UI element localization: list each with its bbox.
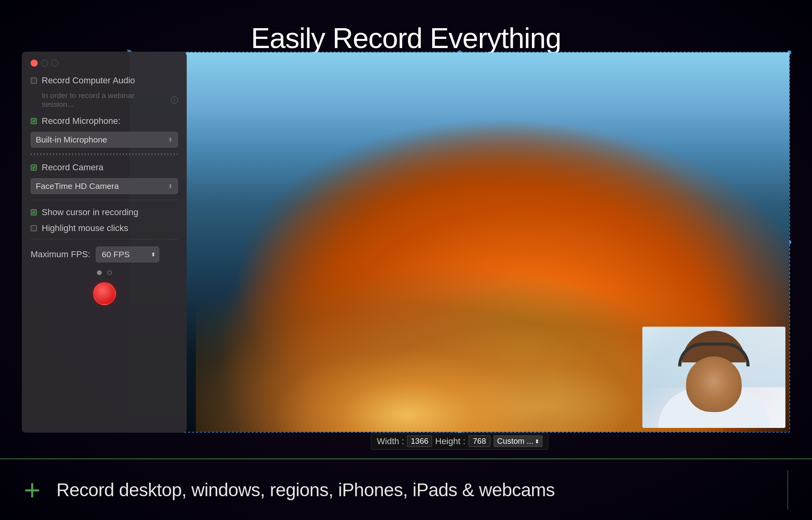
record-microphone-row: Record Microphone:: [31, 116, 178, 126]
record-button[interactable]: [93, 282, 116, 305]
microphone-dropdown-chevron: ⬍: [168, 137, 173, 143]
recording-frame[interactable]: ✕ Width : 1366 Height : 768: [129, 52, 790, 433]
show-cursor-label: Show cursor in recording: [42, 207, 138, 218]
settings-panel: Record Computer Audio In order to record…: [22, 52, 187, 433]
record-microphone-label: Record Microphone:: [42, 116, 120, 126]
bottom-bar: + Record desktop, windows, regions, iPho…: [0, 458, 812, 520]
width-value[interactable]: 1366: [407, 435, 432, 447]
width-label: Width :: [377, 436, 404, 447]
divider-2: [31, 239, 178, 239]
fps-label: Maximum FPS:: [31, 249, 90, 260]
record-camera-row: Record Camera: [31, 162, 178, 173]
plus-icon: +: [24, 476, 41, 504]
show-cursor-checkbox[interactable]: [31, 209, 37, 216]
record-audio-label: Record Computer Audio: [42, 75, 135, 86]
main-area: ✕ Width : 1366 Height : 768: [22, 52, 790, 456]
divider-1: [31, 200, 178, 200]
highlight-clicks-checkbox[interactable]: [31, 225, 37, 231]
dot-2[interactable]: [107, 270, 112, 275]
record-audio-checkbox[interactable]: [31, 77, 37, 84]
webcam-person: [650, 329, 777, 428]
pagination-dots: [31, 270, 178, 275]
microphone-dropdown[interactable]: Built-in Microphone ⬍: [31, 132, 178, 148]
fps-dropdown-chevron: ⬍: [151, 251, 156, 258]
microphone-slider[interactable]: [31, 153, 178, 155]
camera-dropdown-chevron: ⬍: [168, 183, 173, 189]
window-maximize-button[interactable]: [51, 60, 58, 67]
dimension-bar: Width : 1366 Height : 768 Custom ... ⬍: [371, 433, 549, 450]
record-computer-audio-row: Record Computer Audio: [31, 75, 178, 86]
height-value[interactable]: 768: [468, 435, 490, 447]
webinar-note-row: In order to record a webinar session... …: [31, 91, 178, 109]
webinar-note-text: In order to record a webinar session...: [42, 91, 168, 109]
camera-dropdown[interactable]: FaceTime HD Camera ⬍: [31, 178, 178, 194]
custom-dropdown[interactable]: Custom ... ⬍: [493, 435, 542, 447]
fps-row: Maximum FPS: 60 FPS ⬍: [31, 247, 178, 262]
info-icon[interactable]: i: [171, 96, 178, 104]
record-camera-checkbox[interactable]: [31, 164, 37, 171]
dot-1[interactable]: [97, 270, 102, 275]
page-title: Easily Record Everything: [0, 0, 812, 54]
record-button-container: [31, 282, 178, 305]
microphone-slider-container: [31, 153, 178, 155]
record-microphone-checkbox[interactable]: [31, 118, 37, 124]
record-camera-label: Record Camera: [42, 162, 103, 173]
camera-selected-value: FaceTime HD Camera: [36, 181, 119, 191]
window-minimize-button[interactable]: [41, 60, 48, 67]
person-headset: [678, 343, 750, 366]
bottom-divider: [787, 470, 788, 510]
window-close-button[interactable]: [31, 60, 38, 67]
webcam-overlay: [642, 327, 785, 428]
highlight-clicks-row: Highlight mouse clicks: [31, 223, 178, 233]
highlight-clicks-label: Highlight mouse clicks: [42, 223, 128, 233]
fps-dropdown[interactable]: 60 FPS ⬍: [96, 247, 159, 262]
microphone-selected-value: Built-in Microphone: [36, 135, 107, 144]
bottom-text: Record desktop, windows, regions, iPhone…: [56, 479, 555, 501]
screenshot-area: [130, 52, 789, 432]
show-cursor-row: Show cursor in recording: [31, 207, 178, 218]
height-label: Height :: [435, 436, 466, 447]
window-controls: [31, 60, 178, 67]
fps-selected-value: 60 FPS: [102, 250, 130, 259]
